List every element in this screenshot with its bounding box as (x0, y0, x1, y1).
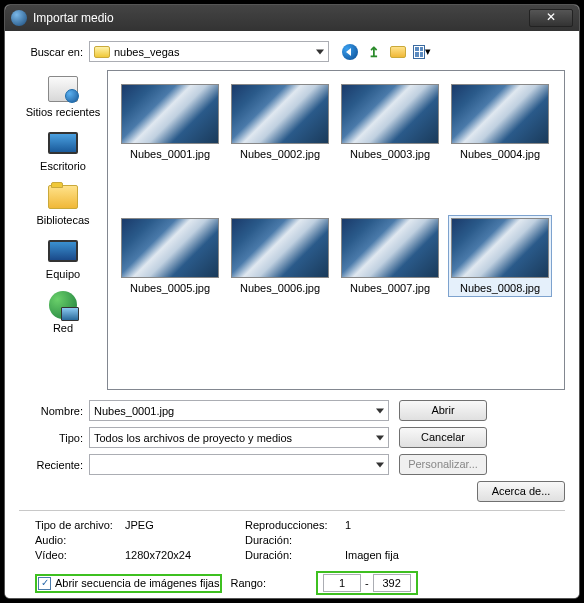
custom-button[interactable]: Personalizar... (399, 454, 487, 475)
lookin-value: nubes_vegas (114, 46, 179, 58)
place-desktop[interactable]: Escritorio (40, 128, 86, 172)
place-libraries-label: Bibliotecas (36, 214, 89, 226)
dialog-title: Importar medio (33, 11, 529, 25)
up-icon: ↥ (365, 43, 383, 61)
file-caption: Nubes_0008.jpg (460, 282, 540, 294)
info-audio-label: Audio: (35, 534, 125, 546)
file-caption: Nubes_0007.jpg (350, 282, 430, 294)
folder-open-icon (390, 46, 406, 58)
range-to-input[interactable]: 392 (373, 574, 411, 592)
thumbnail-image (451, 218, 549, 278)
info-filetype-label: Tipo de archivo: (35, 519, 125, 531)
thumbnail-image (451, 84, 549, 144)
close-button[interactable]: ✕ (529, 9, 573, 27)
file-item[interactable]: Nubes_0002.jpg (228, 81, 332, 163)
info-video-value: 1280x720x24 (125, 549, 245, 561)
recent-icon (48, 76, 78, 102)
recent-combo[interactable] (89, 454, 389, 475)
open-button[interactable]: Abrir (399, 400, 487, 421)
place-libraries[interactable]: Bibliotecas (36, 182, 89, 226)
lookin-label: Buscar en: (19, 46, 89, 58)
chevron-down-icon (316, 49, 324, 54)
cancel-button[interactable]: Cancelar (399, 427, 487, 448)
nav-back-button[interactable] (341, 43, 359, 61)
file-item[interactable]: Nubes_0008.jpg (448, 215, 552, 297)
recent-label: Reciente: (19, 459, 89, 471)
name-combo[interactable]: Nubes_0001.jpg (89, 400, 389, 421)
thumbnail-image (341, 218, 439, 278)
thumbnail-image (231, 218, 329, 278)
file-item[interactable]: Nubes_0004.jpg (448, 81, 552, 163)
about-button[interactable]: Acerca de... (477, 481, 565, 502)
file-caption: Nubes_0005.jpg (130, 282, 210, 294)
file-caption: Nubes_0003.jpg (350, 148, 430, 160)
chevron-down-icon (376, 435, 384, 440)
info-dur1-label: Duración: (245, 534, 345, 546)
info-dur2-value: Imagen fija (345, 549, 565, 561)
app-icon (11, 10, 27, 26)
lookin-combo[interactable]: nubes_vegas (89, 41, 329, 62)
chevron-down-icon (376, 408, 384, 413)
media-info: Tipo de archivo:JPEG Reproducciones:1 Au… (19, 519, 565, 561)
place-network[interactable]: Red (46, 290, 80, 334)
info-video-label: Vídeo: (35, 549, 125, 561)
titlebar[interactable]: Importar medio ✕ (5, 5, 579, 31)
place-computer[interactable]: Equipo (46, 236, 80, 280)
info-plays-label: Reproducciones: (245, 519, 345, 531)
nav-up-button[interactable]: ↥ (365, 43, 383, 61)
libraries-icon (48, 185, 78, 209)
file-item[interactable]: Nubes_0006.jpg (228, 215, 332, 297)
import-media-dialog: Importar medio ✕ Buscar en: nubes_vegas … (4, 4, 580, 599)
places-bar: Sitios recientes Escritorio Bibliotecas … (19, 70, 107, 390)
info-dur1-value (345, 534, 565, 546)
file-caption: Nubes_0004.jpg (460, 148, 540, 160)
name-label: Nombre: (19, 405, 89, 417)
range-separator: - (365, 577, 369, 589)
network-icon (49, 291, 77, 319)
range-from-input[interactable]: 1 (323, 574, 361, 592)
type-value: Todos los archivos de proyecto y medios (94, 432, 292, 444)
computer-icon (48, 240, 78, 262)
range-highlight: 1 - 392 (316, 571, 418, 595)
file-item[interactable]: Nubes_0003.jpg (338, 81, 442, 163)
type-combo[interactable]: Todos los archivos de proyecto y medios (89, 427, 389, 448)
place-desktop-label: Escritorio (40, 160, 86, 172)
sequence-checkbox[interactable] (38, 577, 51, 590)
thumbnail-image (341, 84, 439, 144)
name-value: Nubes_0001.jpg (94, 405, 174, 417)
sequence-label[interactable]: Abrir secuencia de imágenes fijas (55, 577, 219, 589)
range-label: Rango: (230, 577, 265, 589)
place-recent[interactable]: Sitios recientes (26, 74, 101, 118)
info-filetype-value: JPEG (125, 519, 245, 531)
info-audio-value (125, 534, 245, 546)
place-computer-label: Equipo (46, 268, 80, 280)
place-recent-label: Sitios recientes (26, 106, 101, 118)
folder-icon (94, 46, 110, 58)
file-caption: Nubes_0002.jpg (240, 148, 320, 160)
file-item[interactable]: Nubes_0001.jpg (118, 81, 222, 163)
desktop-icon (48, 132, 78, 154)
nav-view-button[interactable]: ▾ (413, 43, 431, 61)
file-caption: Nubes_0001.jpg (130, 148, 210, 160)
type-label: Tipo: (19, 432, 89, 444)
separator (19, 510, 565, 511)
file-item[interactable]: Nubes_0007.jpg (338, 215, 442, 297)
info-plays-value: 1 (345, 519, 565, 531)
thumbnail-image (231, 84, 329, 144)
file-list[interactable]: Nubes_0001.jpgNubes_0002.jpgNubes_0003.j… (107, 70, 565, 390)
chevron-down-icon (376, 462, 384, 467)
place-network-label: Red (53, 322, 73, 334)
file-caption: Nubes_0006.jpg (240, 282, 320, 294)
view-icon (413, 45, 425, 59)
info-dur2-label: Duración: (245, 549, 345, 561)
nav-newfolder-button[interactable] (389, 43, 407, 61)
back-icon (342, 44, 358, 60)
sequence-checkbox-highlight: Abrir secuencia de imágenes fijas (35, 574, 222, 593)
thumbnail-image (121, 84, 219, 144)
file-item[interactable]: Nubes_0005.jpg (118, 215, 222, 297)
thumbnail-image (121, 218, 219, 278)
